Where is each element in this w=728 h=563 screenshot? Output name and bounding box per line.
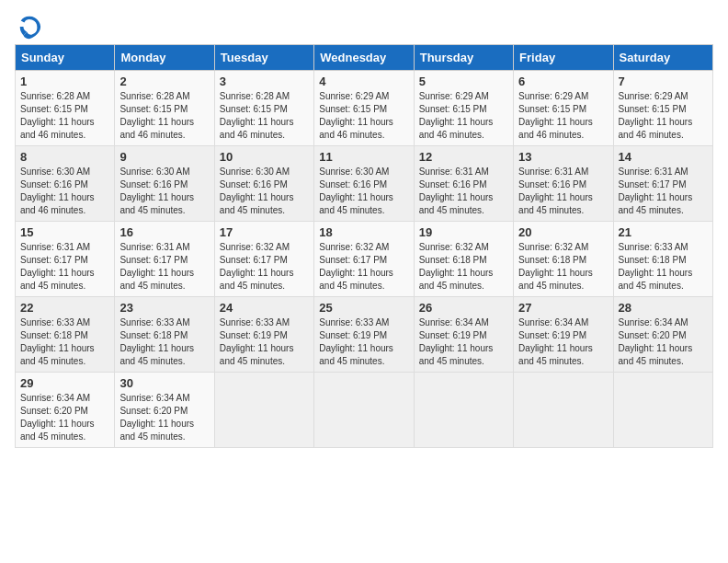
day-number: 15 — [20, 225, 109, 239]
weekday-header: Saturday — [613, 45, 712, 71]
day-number: 12 — [419, 150, 508, 164]
calendar-cell: 2Sunrise: 6:28 AMSunset: 6:15 PMDaylight… — [115, 71, 214, 146]
calendar-cell — [314, 373, 414, 448]
calendar-cell: 10Sunrise: 6:30 AMSunset: 6:16 PMDayligh… — [214, 146, 313, 222]
weekday-header: Sunday — [16, 45, 115, 71]
day-number: 4 — [319, 75, 408, 88]
logo — [15, 15, 42, 40]
day-number: 5 — [419, 75, 508, 88]
weekday-header: Monday — [115, 45, 214, 71]
calendar-cell — [214, 373, 313, 448]
calendar-week-row: 29Sunrise: 6:34 AMSunset: 6:20 PMDayligh… — [16, 373, 713, 448]
day-number: 14 — [619, 150, 708, 164]
day-number: 8 — [20, 150, 109, 164]
day-info: Sunrise: 6:33 AMSunset: 6:18 PMDaylight:… — [20, 316, 109, 368]
calendar-cell: 5Sunrise: 6:29 AMSunset: 6:15 PMDaylight… — [414, 71, 513, 146]
calendar-week-row: 1Sunrise: 6:28 AMSunset: 6:15 PMDaylight… — [16, 71, 713, 146]
calendar-cell: 25Sunrise: 6:33 AMSunset: 6:19 PMDayligh… — [314, 297, 414, 373]
day-info: Sunrise: 6:30 AMSunset: 6:16 PMDaylight:… — [119, 166, 209, 217]
day-info: Sunrise: 6:31 AMSunset: 6:16 PMDaylight:… — [419, 166, 508, 217]
calendar-cell: 9Sunrise: 6:30 AMSunset: 6:16 PMDaylight… — [115, 146, 214, 222]
day-number: 9 — [119, 150, 209, 164]
day-info: Sunrise: 6:31 AMSunset: 6:17 PMDaylight:… — [619, 166, 708, 217]
day-number: 19 — [419, 225, 508, 239]
day-info: Sunrise: 6:29 AMSunset: 6:15 PMDaylight:… — [619, 90, 708, 142]
calendar-cell: 27Sunrise: 6:34 AMSunset: 6:19 PMDayligh… — [514, 297, 613, 373]
day-info: Sunrise: 6:29 AMSunset: 6:15 PMDaylight:… — [319, 90, 408, 142]
day-info: Sunrise: 6:32 AMSunset: 6:18 PMDaylight:… — [518, 241, 608, 293]
day-info: Sunrise: 6:28 AMSunset: 6:15 PMDaylight:… — [20, 90, 109, 142]
day-number: 17 — [220, 225, 309, 239]
day-number: 7 — [619, 75, 708, 88]
weekday-header: Friday — [514, 45, 613, 71]
calendar-header-row: SundayMondayTuesdayWednesdayThursdayFrid… — [16, 45, 713, 71]
calendar-cell: 11Sunrise: 6:30 AMSunset: 6:16 PMDayligh… — [314, 146, 414, 222]
day-number: 24 — [220, 301, 309, 315]
calendar-cell: 8Sunrise: 6:30 AMSunset: 6:16 PMDaylight… — [16, 146, 115, 222]
day-info: Sunrise: 6:34 AMSunset: 6:19 PMDaylight:… — [518, 316, 608, 368]
calendar-cell: 6Sunrise: 6:29 AMSunset: 6:15 PMDaylight… — [514, 71, 613, 146]
day-info: Sunrise: 6:30 AMSunset: 6:16 PMDaylight:… — [220, 166, 309, 217]
day-number: 21 — [619, 225, 708, 239]
calendar-cell: 20Sunrise: 6:32 AMSunset: 6:18 PMDayligh… — [514, 222, 613, 297]
day-number: 1 — [20, 75, 109, 88]
day-info: Sunrise: 6:31 AMSunset: 6:16 PMDaylight:… — [518, 166, 608, 217]
day-info: Sunrise: 6:29 AMSunset: 6:15 PMDaylight:… — [518, 90, 608, 142]
calendar-cell: 26Sunrise: 6:34 AMSunset: 6:19 PMDayligh… — [414, 297, 513, 373]
day-info: Sunrise: 6:28 AMSunset: 6:15 PMDaylight:… — [119, 90, 209, 142]
day-number: 16 — [119, 225, 209, 239]
calendar-cell: 15Sunrise: 6:31 AMSunset: 6:17 PMDayligh… — [16, 222, 115, 297]
calendar-cell: 21Sunrise: 6:33 AMSunset: 6:18 PMDayligh… — [613, 222, 712, 297]
calendar-cell — [613, 373, 712, 448]
day-number: 10 — [220, 150, 309, 164]
day-number: 18 — [319, 225, 408, 239]
day-info: Sunrise: 6:33 AMSunset: 6:19 PMDaylight:… — [220, 316, 309, 368]
day-number: 13 — [518, 150, 608, 164]
day-number: 30 — [119, 376, 209, 390]
day-number: 23 — [119, 301, 209, 315]
day-info: Sunrise: 6:33 AMSunset: 6:18 PMDaylight:… — [119, 316, 209, 368]
day-info: Sunrise: 6:30 AMSunset: 6:16 PMDaylight:… — [319, 166, 408, 217]
calendar-week-row: 15Sunrise: 6:31 AMSunset: 6:17 PMDayligh… — [16, 222, 713, 297]
day-info: Sunrise: 6:32 AMSunset: 6:17 PMDaylight:… — [220, 241, 309, 293]
calendar-cell — [514, 373, 613, 448]
day-info: Sunrise: 6:34 AMSunset: 6:20 PMDaylight:… — [119, 392, 209, 443]
day-number: 26 — [419, 301, 508, 315]
calendar-cell: 18Sunrise: 6:32 AMSunset: 6:17 PMDayligh… — [314, 222, 414, 297]
calendar-cell: 1Sunrise: 6:28 AMSunset: 6:15 PMDaylight… — [16, 71, 115, 146]
day-info: Sunrise: 6:28 AMSunset: 6:15 PMDaylight:… — [220, 90, 309, 142]
weekday-header: Wednesday — [314, 45, 414, 71]
calendar-cell — [414, 373, 513, 448]
calendar-cell: 12Sunrise: 6:31 AMSunset: 6:16 PMDayligh… — [414, 146, 513, 222]
day-number: 11 — [319, 150, 408, 164]
calendar-cell: 22Sunrise: 6:33 AMSunset: 6:18 PMDayligh… — [16, 297, 115, 373]
calendar-cell: 17Sunrise: 6:32 AMSunset: 6:17 PMDayligh… — [214, 222, 313, 297]
day-number: 20 — [518, 225, 608, 239]
calendar-cell: 19Sunrise: 6:32 AMSunset: 6:18 PMDayligh… — [414, 222, 513, 297]
calendar-body: 1Sunrise: 6:28 AMSunset: 6:15 PMDaylight… — [16, 71, 713, 448]
day-number: 29 — [20, 376, 109, 390]
day-info: Sunrise: 6:32 AMSunset: 6:18 PMDaylight:… — [419, 241, 508, 293]
calendar-cell: 3Sunrise: 6:28 AMSunset: 6:15 PMDaylight… — [214, 71, 313, 146]
day-number: 28 — [619, 301, 708, 315]
weekday-header: Thursday — [414, 45, 513, 71]
day-info: Sunrise: 6:30 AMSunset: 6:16 PMDaylight:… — [20, 166, 109, 217]
day-info: Sunrise: 6:34 AMSunset: 6:20 PMDaylight:… — [20, 392, 109, 443]
header — [15, 15, 713, 40]
day-info: Sunrise: 6:31 AMSunset: 6:17 PMDaylight:… — [119, 241, 209, 293]
day-info: Sunrise: 6:34 AMSunset: 6:20 PMDaylight:… — [619, 316, 708, 368]
calendar-cell: 4Sunrise: 6:29 AMSunset: 6:15 PMDaylight… — [314, 71, 414, 146]
day-info: Sunrise: 6:33 AMSunset: 6:19 PMDaylight:… — [319, 316, 408, 368]
calendar-cell: 14Sunrise: 6:31 AMSunset: 6:17 PMDayligh… — [613, 146, 712, 222]
calendar-cell: 24Sunrise: 6:33 AMSunset: 6:19 PMDayligh… — [214, 297, 313, 373]
calendar-cell: 7Sunrise: 6:29 AMSunset: 6:15 PMDaylight… — [613, 71, 712, 146]
day-info: Sunrise: 6:33 AMSunset: 6:18 PMDaylight:… — [619, 241, 708, 293]
day-info: Sunrise: 6:32 AMSunset: 6:17 PMDaylight:… — [319, 241, 408, 293]
calendar-cell: 16Sunrise: 6:31 AMSunset: 6:17 PMDayligh… — [115, 222, 214, 297]
calendar-week-row: 22Sunrise: 6:33 AMSunset: 6:18 PMDayligh… — [16, 297, 713, 373]
day-number: 22 — [20, 301, 109, 315]
calendar-cell: 28Sunrise: 6:34 AMSunset: 6:20 PMDayligh… — [613, 297, 712, 373]
logo-icon — [17, 15, 42, 40]
day-info: Sunrise: 6:31 AMSunset: 6:17 PMDaylight:… — [20, 241, 109, 293]
day-number: 27 — [518, 301, 608, 315]
